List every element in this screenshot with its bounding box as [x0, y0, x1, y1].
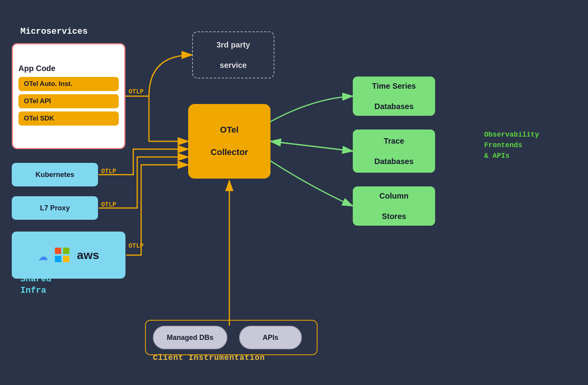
box-apis: APIs: [239, 326, 302, 349]
badge-otel-auto: OTel Auto. Inst.: [18, 77, 119, 91]
box-column-stores: Column Stores: [353, 186, 435, 226]
otlp-label-2: OTLP: [101, 168, 116, 175]
aws-text: aws: [77, 248, 99, 262]
otlp-label-1: OTLP: [129, 88, 143, 95]
box-l7proxy: L7 Proxy: [12, 196, 98, 220]
box-trace-databases: Trace Databases: [353, 130, 435, 173]
box-cloud-providers: ☁ aws: [12, 232, 125, 279]
box-appcode: App Code OTel Auto. Inst. OTel API OTel …: [12, 43, 125, 149]
badge-otel-api: OTel API: [18, 94, 119, 108]
label-microservices: Microservices: [20, 27, 88, 36]
otlp-label-4: OTLP: [129, 243, 143, 250]
box-time-series-databases: Time Series Databases: [353, 77, 435, 116]
box-managed-dbs: Managed DBs: [153, 326, 227, 349]
box-3rd-party: 3rd party service: [192, 31, 274, 78]
google-cloud-icon: ☁: [38, 245, 48, 265]
box-kubernetes: Kubernetes: [12, 163, 98, 186]
otlp-label-3: OTLP: [101, 201, 116, 208]
badge-otel-sdk: OTel SDK: [18, 111, 119, 126]
diagram-container: Microservices Shared Infra Client Instru…: [0, 0, 588, 385]
appcode-title: App Code: [18, 64, 55, 73]
box-otel-collector: OTel Collector: [188, 104, 270, 179]
label-observability: Observability Frontends & APIs: [484, 130, 539, 161]
microsoft-icon: [55, 248, 70, 263]
